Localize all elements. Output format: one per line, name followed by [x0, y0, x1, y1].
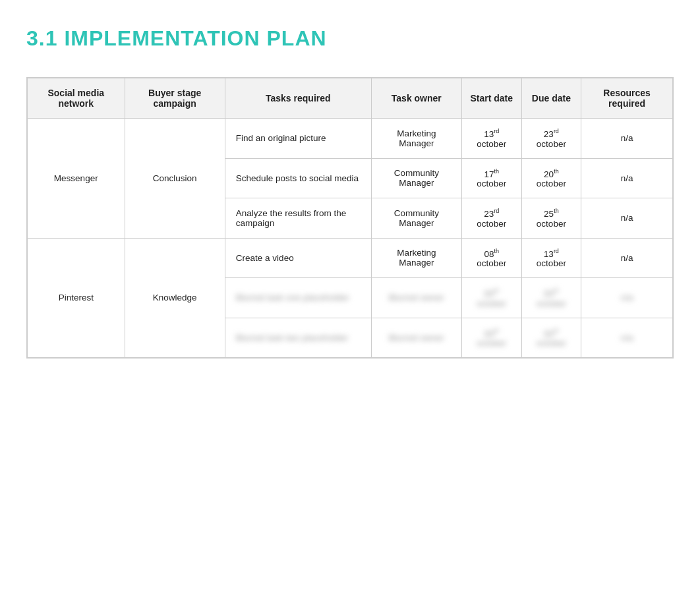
- owner-cell: Blurred owner: [371, 318, 461, 358]
- col-header-network: Social media network: [28, 78, 125, 119]
- page-title: 3.1 IMPLEMENTATION PLAN: [26, 26, 674, 51]
- task-cell: Blurred task two placeholder: [225, 318, 371, 358]
- col-header-tasks: Tasks required: [225, 78, 371, 119]
- col-header-campaign: Buyer stage campaign: [125, 78, 225, 119]
- task-cell: Analyze the results from the campaign: [225, 198, 371, 239]
- start-date-cell: 23rd october: [461, 198, 521, 239]
- start-date-cell: 08th october: [461, 238, 521, 278]
- network-cell: Messenger: [28, 119, 125, 239]
- owner-cell: Marketing Manager: [371, 238, 461, 278]
- resources-cell: n/a: [581, 198, 673, 239]
- start-date-cell: 00th october: [461, 278, 521, 318]
- task-cell: Find an original picture: [225, 119, 371, 159]
- start-date-cell: 00th october: [461, 318, 521, 358]
- col-header-start: Start date: [461, 78, 521, 119]
- resources-cell: n/a: [581, 278, 673, 318]
- task-cell: Blurred task one placeholder: [225, 278, 371, 318]
- due-date-cell: 23rd october: [521, 119, 581, 159]
- resources-cell: n/a: [581, 158, 673, 198]
- task-cell: Create a video: [225, 238, 371, 278]
- owner-cell: Blurred owner: [371, 278, 461, 318]
- implementation-table: Social media network Buyer stage campaig…: [26, 77, 674, 359]
- task-cell: Schedule posts to social media: [225, 158, 371, 198]
- campaign-cell: Conclusion: [125, 119, 225, 239]
- due-date-cell: 00th october: [521, 318, 581, 358]
- due-date-cell: 13rd october: [521, 238, 581, 278]
- network-cell: Pinterest: [28, 238, 125, 358]
- owner-cell: Community Manager: [371, 158, 461, 198]
- col-header-owner: Task owner: [371, 78, 461, 119]
- table-row: PinterestKnowledgeCreate a videoMarketin…: [28, 238, 673, 278]
- due-date-cell: 00th october: [521, 278, 581, 318]
- col-header-due: Due date: [521, 78, 581, 119]
- resources-cell: n/a: [581, 238, 673, 278]
- start-date-cell: 13rd october: [461, 119, 521, 159]
- start-date-cell: 17th october: [461, 158, 521, 198]
- resources-cell: n/a: [581, 318, 673, 358]
- resources-cell: n/a: [581, 119, 673, 159]
- col-header-resources: Resources required: [581, 78, 673, 119]
- owner-cell: Marketing Manager: [371, 119, 461, 159]
- due-date-cell: 20th october: [521, 158, 581, 198]
- table-row: MessengerConclusionFind an original pict…: [28, 119, 673, 159]
- due-date-cell: 25th october: [521, 198, 581, 239]
- campaign-cell: Knowledge: [125, 238, 225, 358]
- owner-cell: Community Manager: [371, 198, 461, 239]
